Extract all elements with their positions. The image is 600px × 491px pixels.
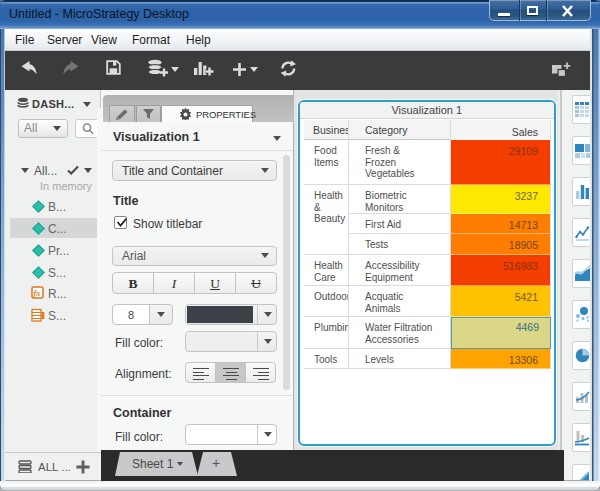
svg-text:fx: fx [33, 288, 41, 298]
